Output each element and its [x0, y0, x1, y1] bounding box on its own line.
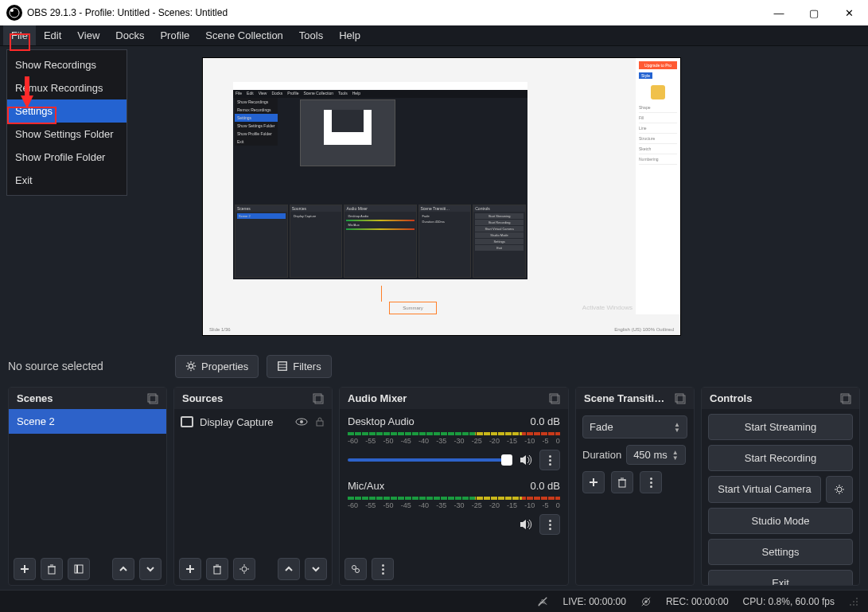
maximize-button[interactable]: ▢: [796, 0, 831, 25]
svg-point-22: [356, 569, 360, 573]
window-title: OBS 29.1.3 - Profile: Untitled - Scenes:…: [27, 7, 761, 18]
exit-button[interactable]: Exit: [708, 570, 853, 585]
menu-edit[interactable]: Edit: [36, 25, 69, 45]
svg-rect-16: [317, 421, 323, 426]
undock-icon[interactable]: [147, 393, 158, 404]
preview-area: FileEditViewDocksProfileScene Collection…: [0, 49, 868, 349]
status-rec: REC: 00:00:00: [666, 596, 729, 607]
menu-tools[interactable]: Tools: [291, 25, 331, 45]
start-streaming-button[interactable]: Start Streaming: [708, 414, 853, 440]
source-move-down-button[interactable]: [305, 558, 327, 580]
scene-item[interactable]: Scene 2: [9, 409, 166, 434]
add-scene-button[interactable]: [14, 558, 36, 580]
network-icon: [537, 596, 548, 607]
channel-menu-button[interactable]: [539, 514, 560, 535]
audio-meter: [348, 497, 560, 500]
status-live: LIVE: 00:00:00: [562, 596, 625, 607]
preview-canvas[interactable]: FileEditViewDocksProfileScene Collection…: [202, 57, 681, 336]
sources-panel: Sources Display Capture: [173, 387, 333, 586]
properties-label: Properties: [201, 361, 248, 372]
nested-side-panel: Upgrade to Pro Style Shape Fill Line Str…: [636, 58, 680, 314]
menu-scene-collection[interactable]: Scene Collection: [197, 25, 291, 45]
source-properties-button[interactable]: [233, 558, 255, 580]
svg-point-35: [856, 601, 858, 602]
svg-rect-25: [619, 480, 625, 487]
sources-title: Sources: [182, 392, 223, 404]
meter-scale: -60-55-50-45-40-35-30-25-20-15-10-50: [348, 437, 560, 445]
menu-item-show-settings-folder[interactable]: Show Settings Folder: [7, 123, 127, 146]
menu-view[interactable]: View: [69, 25, 107, 45]
source-name: Display Capture: [200, 416, 289, 428]
mixer-menu-button[interactable]: [372, 558, 394, 580]
mixer-channel-desktop: Desktop Audio 0.0 dB -60-55-50-45-40-35-…: [340, 409, 568, 474]
menu-help[interactable]: Help: [331, 25, 368, 45]
properties-button[interactable]: Properties: [175, 355, 259, 378]
menu-item-settings[interactable]: Settings: [7, 99, 127, 123]
scenes-title: Scenes: [17, 392, 53, 404]
speaker-icon[interactable]: [519, 453, 533, 467]
audio-meter: [348, 432, 560, 435]
source-move-up-button[interactable]: [278, 558, 300, 580]
connector-line: [381, 286, 382, 302]
transitions-title: Scene Transiti…: [584, 392, 664, 404]
obs-logo-icon: [6, 5, 22, 21]
menu-item-show-profile-folder[interactable]: Show Profile Folder: [7, 146, 127, 169]
undock-icon[interactable]: [675, 393, 686, 404]
menu-profile[interactable]: Profile: [152, 25, 197, 45]
svg-point-36: [850, 604, 851, 606]
watermark-text: Activate Windows: [582, 304, 633, 311]
resize-grip-icon[interactable]: [849, 597, 858, 606]
spinner-chevrons-icon: ▲▼: [672, 450, 679, 461]
transition-menu-button[interactable]: [640, 471, 662, 493]
scene-filter-button[interactable]: [68, 558, 90, 580]
volume-slider[interactable]: [348, 458, 512, 462]
duration-spinner[interactable]: 450 ms ▲▼: [626, 445, 686, 465]
transition-select[interactable]: Fade ▲▼: [582, 415, 687, 439]
duration-label: Duration: [582, 449, 621, 461]
lock-toggle-icon[interactable]: [314, 416, 325, 427]
scene-move-down-button[interactable]: [139, 558, 162, 580]
undock-icon[interactable]: [313, 393, 324, 404]
menu-file[interactable]: File: [3, 25, 36, 45]
remove-scene-button[interactable]: [41, 558, 63, 580]
svg-line-29: [539, 597, 547, 606]
menu-item-remux-recordings[interactable]: Remux Recordings: [7, 76, 127, 99]
channel-level: 0.0 dB: [530, 480, 560, 492]
remove-transition-button[interactable]: [611, 471, 633, 493]
audio-mixer-panel: Audio Mixer Desktop Audio 0.0 dB -60-55-…: [339, 387, 569, 586]
studio-mode-button[interactable]: Studio Mode: [708, 508, 853, 534]
undock-icon[interactable]: [840, 393, 851, 404]
close-button[interactable]: ✕: [831, 0, 866, 25]
undock-icon[interactable]: [549, 393, 560, 404]
menu-docks[interactable]: Docks: [107, 25, 152, 45]
menu-item-show-recordings[interactable]: Show Recordings: [7, 53, 127, 76]
no-source-label: No source selected: [8, 360, 167, 372]
status-cpu: CPU: 0.8%, 60.00 fps: [743, 596, 835, 607]
channel-name: Desktop Audio: [348, 415, 415, 427]
preview-footer-right: English (US) 100% Outlined: [614, 327, 674, 332]
source-item[interactable]: Display Capture: [174, 409, 332, 435]
menu-item-exit[interactable]: Exit: [7, 169, 127, 192]
channel-name: Mic/Aux: [348, 480, 384, 492]
mixer-channel-mic: Mic/Aux 0.0 dB -60-55-50-45-40-35-30-25-…: [340, 474, 568, 538]
minimize-button[interactable]: —: [761, 0, 796, 25]
channel-menu-button[interactable]: [539, 450, 560, 470]
duration-value: 450 ms: [633, 449, 668, 461]
add-transition-button[interactable]: [582, 471, 605, 493]
virtual-camera-settings-button[interactable]: [826, 476, 853, 503]
start-virtual-camera-button[interactable]: Start Virtual Camera: [708, 476, 821, 503]
svg-point-2: [10, 9, 14, 12]
visibility-toggle-icon[interactable]: [295, 415, 308, 428]
mixer-settings-button[interactable]: [344, 558, 367, 580]
filters-button[interactable]: Filters: [267, 355, 331, 378]
channel-level: 0.0 dB: [530, 415, 560, 427]
start-recording-button[interactable]: Start Recording: [708, 445, 853, 471]
display-capture-icon: [181, 416, 193, 427]
add-source-button[interactable]: [179, 558, 201, 580]
mixer-title: Audio Mixer: [348, 392, 407, 404]
settings-button[interactable]: Settings: [708, 539, 853, 565]
scene-move-up-button[interactable]: [112, 558, 134, 580]
svg-point-3: [189, 364, 193, 368]
remove-source-button[interactable]: [206, 558, 228, 580]
speaker-icon[interactable]: [519, 517, 533, 532]
